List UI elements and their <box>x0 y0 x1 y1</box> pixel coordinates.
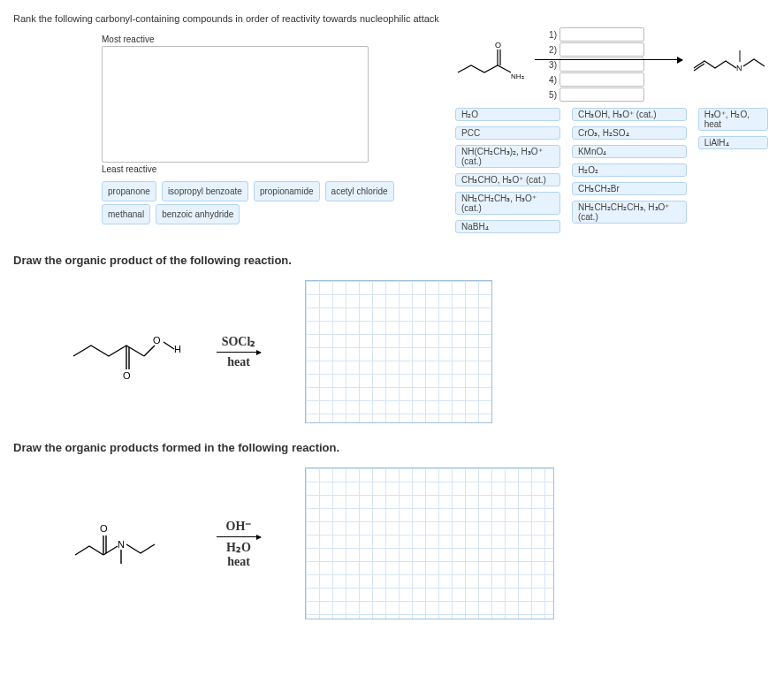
step-4-input[interactable] <box>559 72 644 87</box>
reagent-ch3oh[interactable]: CH₃OH, H₃O⁺ (cat.) <box>572 108 687 121</box>
reagent-propylamine[interactable]: NH₂CH₂CH₂CH₃, H₃O⁺ (cat.) <box>572 201 687 224</box>
reagent-h2o[interactable]: H₂O <box>455 108 560 121</box>
reagent-ethylamine[interactable]: NH₂CH₂CH₃, H₃O⁺ (cat.) <box>455 192 560 215</box>
most-reactive-label: Most reactive <box>102 34 402 44</box>
svg-text:N: N <box>736 64 742 72</box>
q3-drawing-canvas[interactable] <box>305 467 554 619</box>
step-4-label: 4) <box>546 75 557 85</box>
choice-propanone[interactable]: propanone <box>102 181 156 201</box>
q3-conditions: OH⁻ H₂O heat <box>217 519 261 569</box>
q2-drawing-canvas[interactable] <box>305 280 492 423</box>
choice-propionamide[interactable]: propionamide <box>254 181 320 201</box>
reagent-nabh4[interactable]: NaBH₄ <box>455 220 560 233</box>
q2-conditions: SOCl₂ heat <box>217 334 261 369</box>
reagent-cro3[interactable]: CrO₃, H₂SO₄ <box>572 126 687 140</box>
step-1-label: 1) <box>546 30 557 40</box>
reagent-lialh4[interactable]: LiAlH₄ <box>698 136 768 149</box>
q1-prompt: Rank the following carbonyl-containing c… <box>13 13 771 24</box>
choice-benzoic-anhydride[interactable]: benzoic anhydride <box>156 204 240 224</box>
q2-prompt: Draw the organic product of the followin… <box>13 254 771 267</box>
product-structure: N <box>691 42 771 77</box>
svg-text:O: O <box>100 523 108 534</box>
q3-arrow <box>217 536 261 537</box>
reagent-h2o2[interactable]: H₂O₂ <box>572 163 687 177</box>
reagent-kmno4[interactable]: KMnO₄ <box>572 145 687 158</box>
reaction-arrow <box>535 59 682 60</box>
step-5-input[interactable] <box>559 87 644 102</box>
step-2-input[interactable] <box>559 42 644 57</box>
starting-material-amide: O NH₂ <box>455 37 526 81</box>
q2-cond-bot: heat <box>217 355 261 369</box>
svg-text:O: O <box>123 370 131 381</box>
svg-text:H: H <box>174 344 181 354</box>
least-reactive-label: Least reactive <box>102 164 402 174</box>
choice-acetyl-chloride[interactable]: acetyl chloride <box>325 181 394 201</box>
reagent-diethylamine[interactable]: NH(CH₂CH₃)₂, H₃O⁺ (cat.) <box>455 145 560 168</box>
choice-isopropyl-benzoate[interactable]: isopropyl benzoate <box>162 181 248 201</box>
q2-starting-material: O O H <box>66 321 190 383</box>
ranking-dropzone[interactable] <box>102 46 369 163</box>
q3-prompt: Draw the organic products formed in the … <box>13 441 771 454</box>
svg-text:O: O <box>495 41 501 49</box>
reagent-ch3cho[interactable]: CH₃CHO, H₃O⁺ (cat.) <box>455 173 560 186</box>
step-2-label: 2) <box>546 45 557 55</box>
choice-methanal[interactable]: methanal <box>102 204 150 224</box>
svg-text:NH₂: NH₂ <box>511 72 524 80</box>
step-3-label: 3) <box>546 60 557 70</box>
q3-cond-top: OH⁻ <box>217 519 261 534</box>
q2-cond-top: SOCl₂ <box>217 334 261 349</box>
svg-text:N: N <box>118 539 125 550</box>
reaction-scheme: O NH₂ 1) 2) 3) 4) 5) N <box>455 33 771 86</box>
reagent-etbr[interactable]: CH₃CH₂Br <box>572 182 687 195</box>
reagent-pcc[interactable]: PCC <box>455 126 560 140</box>
svg-text:O: O <box>153 335 161 346</box>
q3-starting-material: O N <box>66 513 190 574</box>
q3-cond-mid: H₂O <box>217 540 261 555</box>
reagent-h3o-heat[interactable]: H₃O⁺, H₂O, heat <box>698 108 768 131</box>
step-5-label: 5) <box>546 90 557 100</box>
step-1-input[interactable] <box>559 27 644 42</box>
q3-cond-bot: heat <box>217 555 261 569</box>
reagent-step-inputs: 1) 2) 3) 4) 5) <box>546 27 644 103</box>
ranking-choices: propanone isopropyl benzoate propionamid… <box>102 181 402 227</box>
q2-arrow <box>217 352 261 353</box>
